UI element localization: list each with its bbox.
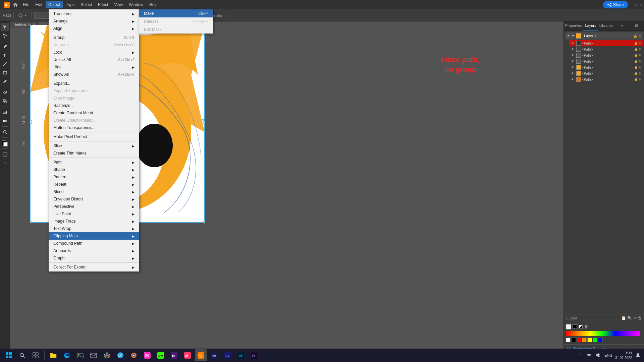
search-btn[interactable] <box>16 349 28 361</box>
pl-label[interactable]: PL <box>22 142 25 146</box>
edge-btn[interactable] <box>61 349 73 361</box>
path-options[interactable] <box>16 12 29 19</box>
path-eye-4[interactable]: 👁 <box>571 65 575 70</box>
menu-blend[interactable]: Blend <box>49 188 139 195</box>
path-row-6[interactable]: 👁 <Path> 🔒 ⊕ <box>569 76 643 82</box>
volume-icon[interactable] <box>595 352 602 359</box>
more-tools[interactable] <box>1 159 9 167</box>
tab-menu[interactable]: ☰ <box>629 21 644 31</box>
layer-settings-btn[interactable]: ⚙ <box>633 316 637 320</box>
bridge-btn[interactable]: Br <box>168 349 180 361</box>
menu-group[interactable]: Group Ctrl+G <box>49 34 139 41</box>
path-lock-5[interactable]: 🔒 <box>634 72 638 75</box>
path-target-5[interactable]: ⊕ <box>639 72 641 75</box>
menu-expand[interactable]: Expand... <box>49 80 139 87</box>
path-row-5[interactable]: 👁 <Path> 🔒 ⊕ <box>569 70 643 76</box>
direct-selection-tool[interactable] <box>1 32 9 40</box>
menu-artboards[interactable]: Artboards <box>49 247 139 254</box>
menu-edit[interactable]: Edit <box>33 1 45 8</box>
menu-help[interactable]: Help <box>147 1 160 8</box>
menu-flatten-transparency[interactable]: Flatten Transparency... <box>49 124 139 131</box>
red-swatch[interactable] <box>577 338 581 342</box>
photos-btn[interactable] <box>74 349 86 361</box>
path-lock-1[interactable]: 🔒 <box>634 48 638 51</box>
task-view-btn[interactable] <box>30 349 42 361</box>
white-swatch[interactable] <box>566 338 571 342</box>
dreamweaver-btn[interactable]: Dw <box>155 349 167 361</box>
fill-stroke[interactable] <box>2 140 8 147</box>
menu-arrange[interactable]: Arrange <box>49 17 139 25</box>
color-fill-swatch[interactable] <box>566 324 571 329</box>
path-row-0[interactable]: 👁 <Path> 🔒 ⊕ <box>569 40 643 46</box>
notifications-icon[interactable] <box>635 352 641 359</box>
gradient-tool[interactable] <box>1 117 9 125</box>
graph-tool[interactable] <box>1 108 9 116</box>
path-eye-1[interactable]: 👁 <box>571 47 575 52</box>
menu-trim-marks[interactable]: Create Trim Marks <box>49 149 139 157</box>
menu-repeat[interactable]: Repeat <box>49 181 139 188</box>
3d-label[interactable]: 3D a... <box>22 62 25 71</box>
menu-type[interactable]: Type <box>63 1 77 8</box>
layer-triangle[interactable]: ▼ <box>572 34 575 38</box>
path-lock-4[interactable]: 🔒 <box>634 66 638 69</box>
tab-properties[interactable]: Properties <box>564 21 583 31</box>
chrome-btn[interactable] <box>101 349 113 361</box>
mail-btn[interactable] <box>88 349 100 361</box>
telegram-btn[interactable] <box>114 349 126 361</box>
type-tool[interactable]: T <box>1 51 9 59</box>
path-target-3[interactable]: ⊕ <box>639 60 641 63</box>
menu-pattern[interactable]: Pattern <box>49 173 139 181</box>
path-eye-6[interactable]: 👁 <box>571 77 575 82</box>
tab-expand[interactable]: » <box>615 21 630 31</box>
path-row-2[interactable]: 👁 <Path> 🔒 ⊕ <box>569 52 643 58</box>
illustrator-btn[interactable]: Ai <box>195 349 207 361</box>
file-explorer-btn[interactable] <box>47 349 59 361</box>
orange-swatch[interactable] <box>582 338 587 342</box>
path-target-2[interactable]: ⊕ <box>639 54 641 57</box>
menu-view[interactable]: View <box>112 1 126 8</box>
paintbrush-tool[interactable] <box>1 77 9 85</box>
pen-tool[interactable] <box>1 43 9 51</box>
layer-eye-icon[interactable]: 👁 <box>567 34 570 38</box>
menu-live-paint[interactable]: Live Paint <box>49 210 139 218</box>
blue-swatch[interactable] <box>598 338 603 342</box>
path-lock-2[interactable]: 🔒 <box>634 54 638 57</box>
menu-select[interactable]: Select <box>78 1 95 8</box>
share-button[interactable]: Share <box>603 1 628 8</box>
network-icon[interactable] <box>586 352 592 359</box>
animate-btn[interactable]: An <box>208 349 220 361</box>
tab-libraries[interactable]: Libraries <box>598 21 615 31</box>
clip-make[interactable]: Make Ctrl+7 <box>139 9 213 17</box>
premiere-btn[interactable]: Pr <box>249 349 261 361</box>
minimize-btn[interactable]: ─ <box>631 2 634 7</box>
menu-collect-export[interactable]: Collect For Export <box>49 263 139 271</box>
windows-start-btn[interactable] <box>3 349 15 361</box>
aftereffects-btn[interactable]: Ae <box>222 349 234 361</box>
rotate-tool[interactable] <box>1 88 9 97</box>
color-reset[interactable] <box>579 325 583 329</box>
menu-clipping-mask[interactable]: Clipping Mask <box>49 232 139 240</box>
path-target-1[interactable]: ⊕ <box>639 48 641 51</box>
menu-envelope-distort[interactable]: Envelope Distort <box>49 195 139 203</box>
menu-perspective[interactable]: Perspective <box>49 203 139 210</box>
path-eye-3[interactable]: 👁 <box>571 59 575 64</box>
color-stroke-swatch[interactable] <box>573 324 577 329</box>
path-eye-2[interactable]: 👁 <box>571 53 575 58</box>
systray-chevron[interactable]: ^ <box>576 352 583 359</box>
layer-options-icon[interactable]: ⊕ <box>639 34 641 38</box>
artboard-tool[interactable] <box>1 150 9 158</box>
search-layer-btn[interactable]: 🔍 <box>627 316 632 320</box>
indesign-btn[interactable]: Id <box>181 349 194 361</box>
path-row-1[interactable]: 👁 <Path> 🔒 ⊕ <box>569 46 643 52</box>
menu-unlock-all[interactable]: Unlock All Alt+Ctrl+2 <box>49 56 139 63</box>
layer-lock-icon[interactable]: 🔒 <box>633 34 637 38</box>
menu-rasterize[interactable]: Rasterize... <box>49 102 139 109</box>
menu-pixel-perfect[interactable]: Make Pixel Perfect <box>49 133 139 140</box>
yellow-swatch[interactable] <box>587 338 592 342</box>
menu-image-trace[interactable]: Image Trace <box>49 218 139 225</box>
path-eye-5[interactable]: 👁 <box>571 71 575 76</box>
obj-label[interactable]: Obj... <box>22 88 25 97</box>
selection-tool[interactable] <box>1 23 9 31</box>
menu-gradient-mesh[interactable]: Create Gradient Mesh... <box>49 109 139 117</box>
menu-file[interactable]: File <box>20 1 32 8</box>
